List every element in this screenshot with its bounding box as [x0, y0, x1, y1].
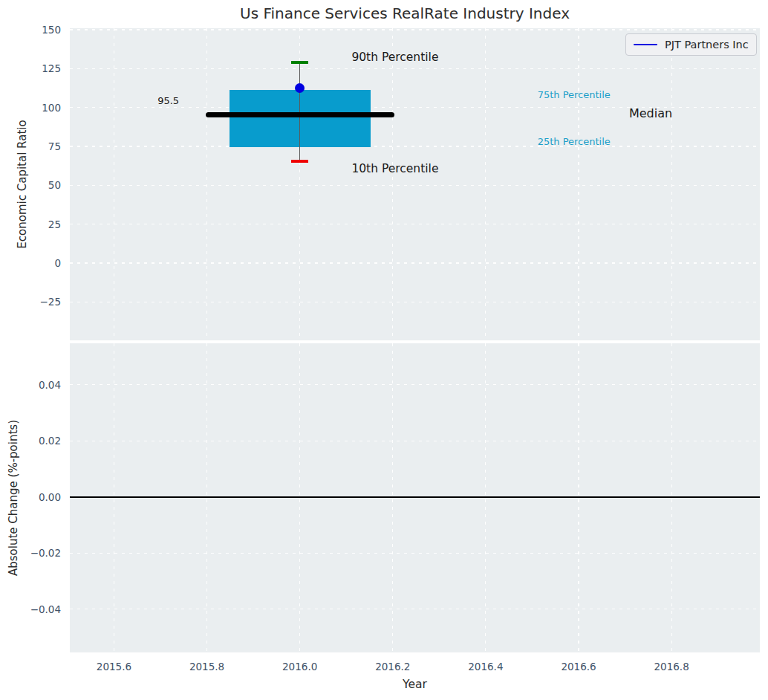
gridline-h — [70, 224, 760, 224]
gridline-v — [392, 28, 393, 340]
p90-cap — [291, 61, 308, 63]
label-median: Median — [629, 106, 672, 120]
gridline-h — [70, 262, 760, 263]
label-25th-percentile: 25th Percentile — [538, 136, 611, 147]
gridline-v — [578, 28, 579, 340]
gridline-v — [485, 343, 486, 652]
gridline-v — [671, 28, 672, 340]
company-point — [295, 83, 305, 93]
y-tick-label: 0.00 — [0, 490, 61, 504]
x-axis-label: Year — [70, 678, 760, 691]
p10-cap — [291, 160, 308, 162]
top-plot-area: 90th Percentile10th Percentile95.575th P… — [70, 28, 760, 340]
label-95.5: 95.5 — [157, 95, 179, 106]
y-tick-label: 0.02 — [0, 434, 61, 447]
y-tick-label: 100 — [0, 101, 61, 114]
gridline-h — [70, 384, 760, 385]
gridline-h — [70, 146, 760, 146]
label-75th-percentile: 75th Percentile — [538, 89, 611, 100]
gridline-h — [70, 29, 760, 30]
gridline-h — [70, 302, 760, 302]
label-10th-percentile: 10th Percentile — [351, 162, 438, 175]
gridline-h — [70, 441, 760, 441]
x-tick-label: 2015.6 — [80, 660, 147, 673]
x-tick-label: 2015.8 — [174, 660, 241, 673]
legend-label: PJT Partners Inc — [665, 39, 749, 51]
chart-title: Us Finance Services RealRate Industry In… — [59, 4, 750, 22]
gridline-v — [114, 28, 114, 340]
gridline-v — [206, 28, 207, 340]
gridline-h — [70, 609, 760, 609]
gridline-h — [70, 68, 760, 69]
x-tick-label: 2016.6 — [545, 660, 612, 673]
y-tick-label: 25 — [0, 218, 61, 231]
y-tick-label: 75 — [0, 140, 61, 153]
x-tick-label: 2016.2 — [359, 660, 426, 673]
legend-line-swatch — [634, 44, 657, 46]
label-90th-percentile: 90th Percentile — [351, 51, 438, 64]
y-tick-label: −0.02 — [0, 546, 61, 560]
x-tick-label: 2016.0 — [267, 660, 333, 673]
gridline-v — [578, 343, 579, 652]
gridline-h — [70, 553, 760, 554]
y-tick-label: 0 — [0, 256, 61, 270]
x-tick-label: 2016.4 — [452, 660, 519, 673]
y-tick-label: 0.04 — [0, 378, 61, 392]
gridline-v — [392, 343, 393, 652]
zero-line — [70, 496, 760, 498]
gridline-v — [114, 343, 114, 652]
y-tick-label: −25 — [0, 295, 61, 308]
gridline-v — [671, 343, 672, 652]
x-tick-label: 2016.8 — [638, 660, 705, 673]
gridline-v — [206, 343, 207, 652]
gridline-v — [485, 28, 486, 340]
gridline-v — [299, 343, 300, 652]
legend: PJT Partners Inc — [625, 33, 757, 56]
median-line — [206, 112, 394, 117]
y-tick-label: 50 — [0, 178, 61, 192]
y-tick-label: 125 — [0, 62, 61, 75]
figure: Us Finance Services RealRate Industry In… — [0, 0, 768, 700]
y-tick-label: 150 — [0, 23, 61, 36]
gridline-h — [70, 185, 760, 186]
y-tick-label: −0.04 — [0, 603, 61, 616]
bottom-plot-area — [70, 343, 760, 652]
